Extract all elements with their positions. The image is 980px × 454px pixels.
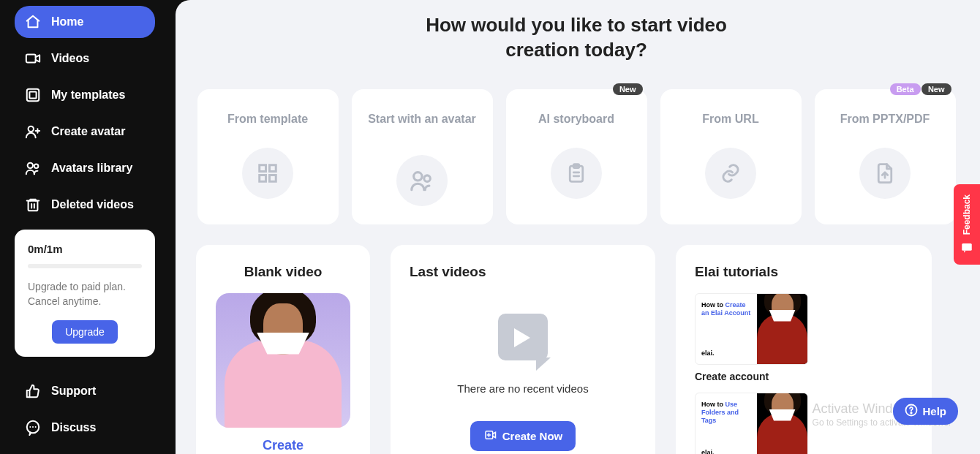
svg-rect-11 <box>270 175 276 181</box>
trash-icon <box>25 197 41 213</box>
sidebar-item-label: Support <box>51 385 96 398</box>
sidebar-item-label: Videos <box>51 52 89 65</box>
start-option-storyboard[interactable]: New AI storyboard <box>506 89 647 224</box>
panel-title: Elai tutorials <box>695 264 913 280</box>
start-option-template[interactable]: From template <box>197 89 339 224</box>
tutorial-item[interactable]: How to Create an Elai Account elai. Crea… <box>695 293 808 382</box>
chat-icon <box>25 420 41 436</box>
sidebar-item-support[interactable]: Support <box>15 375 155 407</box>
templates-icon <box>25 87 41 103</box>
sidebar-item-create-avatar[interactable]: Create avatar <box>15 116 155 148</box>
sidebar-item-label: Deleted videos <box>51 198 134 211</box>
sidebar-item-label: Home <box>51 15 83 29</box>
file-upload-icon <box>859 148 911 199</box>
svg-point-12 <box>414 172 422 180</box>
grid-icon <box>242 148 293 199</box>
feedback-tab[interactable]: Feedback <box>954 184 980 265</box>
upgrade-button[interactable]: Upgrade <box>52 320 118 344</box>
svg-point-5 <box>34 164 39 169</box>
panels-row: Blank video Create Last videos There are… <box>196 245 957 454</box>
empty-video-icon <box>498 314 548 360</box>
link-icon <box>705 148 756 199</box>
tutorial-thumbnail: How to Create an Elai Account elai. <box>695 293 808 365</box>
panel-title: Blank video <box>244 264 323 280</box>
avatar-preview[interactable] <box>216 293 350 428</box>
empty-state-text: There are no recent videos <box>457 382 588 395</box>
svg-rect-6 <box>29 201 38 211</box>
start-option-title: From PPTX/PDF <box>815 111 956 143</box>
page-headline: How would you like to start video creati… <box>196 13 957 63</box>
svg-rect-1 <box>27 89 39 102</box>
usage-progress-bar <box>28 264 142 268</box>
start-option-title: From template <box>197 111 339 143</box>
blank-video-panel: Blank video Create <box>196 245 370 454</box>
badge-new: New <box>613 83 643 95</box>
svg-rect-8 <box>260 164 266 171</box>
user-plus-icon <box>25 124 41 140</box>
start-options-row: From template Start with an avatar New A… <box>196 89 957 224</box>
tutorials-panel: Elai tutorials How to Create an Elai Acc… <box>676 245 932 454</box>
svg-point-18 <box>911 412 913 414</box>
start-option-title: Start with an avatar <box>352 111 493 143</box>
start-option-title: AI storyboard <box>506 111 647 143</box>
sidebar-item-templates[interactable]: My templates <box>15 79 155 111</box>
sidebar-item-home[interactable]: Home <box>15 6 155 38</box>
thumbs-up-icon <box>25 383 41 399</box>
message-icon <box>960 241 973 254</box>
sidebar-item-deleted[interactable]: Deleted videos <box>15 189 155 221</box>
badge-beta: Beta <box>890 83 921 95</box>
feedback-label: Feedback <box>962 194 972 235</box>
sidebar-item-label: Avatars library <box>51 162 132 175</box>
tutorial-thumbnail: How to Use Folders and Tags elai. <box>695 393 808 454</box>
video-icon <box>25 50 41 67</box>
plus-video-icon <box>483 428 497 444</box>
sidebar-item-avatars-library[interactable]: Avatars library <box>15 152 155 184</box>
svg-rect-2 <box>29 91 36 98</box>
usage-text: 0m/1m <box>28 243 142 255</box>
start-option-avatar[interactable]: Start with an avatar <box>352 89 493 224</box>
last-videos-panel: Last videos There are no recent videos C… <box>391 245 655 454</box>
upgrade-card: 0m/1m Upgrade to paid plan. Cancel anyti… <box>15 230 155 357</box>
svg-point-4 <box>28 163 33 168</box>
start-option-title: From URL <box>660 111 802 143</box>
panel-title: Last videos <box>410 264 486 280</box>
users-icon <box>25 160 41 176</box>
people-icon <box>396 155 448 206</box>
svg-rect-0 <box>26 55 36 63</box>
home-icon <box>25 14 41 30</box>
start-option-pptx-pdf[interactable]: Beta New From PPTX/PDF <box>815 89 956 224</box>
badge-new: New <box>921 83 951 95</box>
clipboard-icon <box>551 148 602 199</box>
svg-point-3 <box>29 126 34 132</box>
svg-point-13 <box>424 175 431 182</box>
sidebar-item-label: Discuss <box>51 421 96 434</box>
upgrade-description: Upgrade to paid plan. Cancel anytime. <box>28 280 142 309</box>
main-content: How would you like to start video creati… <box>176 0 980 454</box>
svg-rect-19 <box>962 243 972 251</box>
sidebar: Home Videos My templates Create avatar A… <box>0 0 170 454</box>
svg-rect-9 <box>270 164 276 171</box>
create-link[interactable]: Create <box>263 438 304 453</box>
start-option-url[interactable]: From URL <box>660 89 802 224</box>
create-now-button[interactable]: Create Now <box>470 421 576 451</box>
help-button[interactable]: Help <box>893 398 958 425</box>
svg-rect-10 <box>260 175 266 181</box>
sidebar-item-videos[interactable]: Videos <box>15 42 155 75</box>
sidebar-item-discuss[interactable]: Discuss <box>15 412 155 444</box>
sidebar-item-label: My templates <box>51 88 125 102</box>
tutorial-item[interactable]: How to Use Folders and Tags elai. Folder… <box>695 393 808 454</box>
sidebar-item-label: Create avatar <box>51 125 125 138</box>
tutorial-label: Create account <box>695 371 808 382</box>
help-icon <box>905 404 918 419</box>
